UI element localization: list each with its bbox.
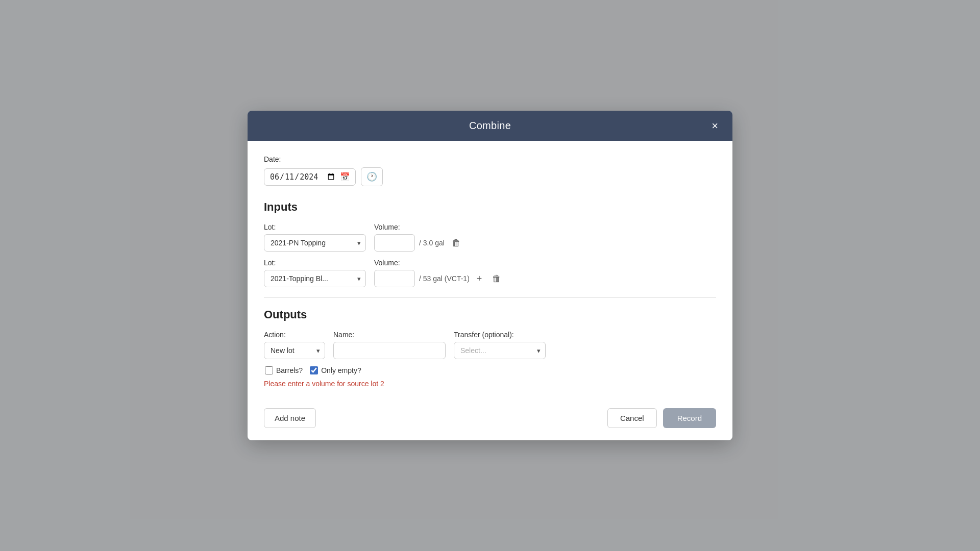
add-note-button[interactable]: Add note: [264, 408, 316, 428]
outputs-title: Outputs: [264, 308, 716, 321]
calendar-icon: 📅: [340, 172, 350, 182]
volume1-field-group: Volume: / 3.0 gal 🗑: [374, 223, 464, 252]
transfer-field-group: Transfer (optional): Select...: [454, 331, 546, 359]
modal-overlay: Combine × Date: 📅 🕐 Inputs: [0, 0, 980, 551]
only-empty-checkbox[interactable]: [310, 366, 318, 374]
only-empty-label: Only empty?: [321, 366, 361, 374]
volume2-input[interactable]: [374, 270, 415, 287]
lot1-field-group: Lot: 2021-PN Topping 2021-Topping Bl...: [264, 223, 366, 252]
action-field-group: Action: New lot Existing lot: [264, 331, 325, 359]
modal-body: Date: 📅 🕐 Inputs Lot:: [248, 141, 732, 400]
checkboxes-row: Barrels? Only empty?: [265, 366, 716, 374]
barrels-checkbox-item: Barrels?: [265, 366, 303, 374]
record-button[interactable]: Record: [663, 408, 716, 428]
name-input[interactable]: [333, 342, 446, 359]
barrels-checkbox[interactable]: [265, 366, 273, 374]
lot2-field-group: Lot: 2021-PN Topping 2021-Topping Bl...: [264, 259, 366, 287]
volume2-suffix: / 53 gal (VCT-1): [419, 274, 470, 283]
volume1-label: Volume:: [374, 223, 464, 231]
transfer-label: Transfer (optional):: [454, 331, 546, 339]
clock-icon: 🕐: [366, 171, 377, 182]
lot1-select[interactable]: 2021-PN Topping 2021-Topping Bl...: [264, 234, 366, 252]
name-field-group: Name:: [333, 331, 446, 359]
clock-button[interactable]: 🕐: [361, 167, 383, 186]
date-label: Date:: [264, 155, 716, 163]
volume1-input[interactable]: [374, 234, 415, 252]
date-input-wrapper: 📅: [264, 168, 356, 186]
volume2-field-group: Volume: / 53 gal (VCT-1) + 🗑: [374, 259, 504, 287]
cancel-button[interactable]: Cancel: [607, 408, 657, 428]
delete-lot1-button[interactable]: 🗑: [449, 236, 464, 251]
transfer-select[interactable]: Select...: [454, 342, 546, 359]
inputs-title: Inputs: [264, 201, 716, 214]
volume1-wrapper: / 3.0 gal 🗑: [374, 234, 464, 252]
action-label: Action:: [264, 331, 325, 339]
add-lot-button[interactable]: +: [474, 271, 485, 286]
modal-title: Combine: [469, 120, 511, 132]
action-select-wrapper: New lot Existing lot: [264, 342, 325, 359]
only-empty-checkbox-item: Only empty?: [310, 366, 361, 374]
outputs-section: Outputs Action: New lot Existing lot: [264, 308, 716, 388]
footer-right-buttons: Cancel Record: [607, 408, 716, 428]
outputs-row: Action: New lot Existing lot Name:: [264, 331, 716, 359]
section-divider: [264, 297, 716, 298]
date-row: 📅 🕐: [264, 167, 716, 186]
volume2-label: Volume:: [374, 259, 504, 267]
barrels-label: Barrels?: [276, 366, 303, 374]
lot-row-2: Lot: 2021-PN Topping 2021-Topping Bl... …: [264, 259, 716, 287]
transfer-select-wrapper: Select...: [454, 342, 546, 359]
lot2-label: Lot:: [264, 259, 366, 267]
delete-lot2-button[interactable]: 🗑: [489, 271, 504, 286]
lot2-select-wrapper: 2021-PN Topping 2021-Topping Bl...: [264, 270, 366, 287]
plus-icon: +: [477, 273, 482, 284]
trash-icon-1: 🗑: [452, 238, 461, 248]
combine-modal: Combine × Date: 📅 🕐 Inputs: [248, 111, 732, 440]
date-input[interactable]: [270, 172, 336, 182]
lot-row-1: Lot: 2021-PN Topping 2021-Topping Bl... …: [264, 223, 716, 252]
lot2-select[interactable]: 2021-PN Topping 2021-Topping Bl...: [264, 270, 366, 287]
close-button[interactable]: ×: [707, 118, 722, 134]
lot1-select-wrapper: 2021-PN Topping 2021-Topping Bl...: [264, 234, 366, 252]
inputs-section: Inputs Lot: 2021-PN Topping 2021-Topping…: [264, 201, 716, 287]
volume1-suffix: / 3.0 gal: [419, 239, 445, 247]
trash-icon-2: 🗑: [492, 273, 501, 284]
lot1-label: Lot:: [264, 223, 366, 231]
action-select[interactable]: New lot Existing lot: [264, 342, 325, 359]
error-message: Please enter a volume for source lot 2: [264, 380, 716, 388]
modal-header: Combine ×: [248, 111, 732, 141]
volume2-wrapper: / 53 gal (VCT-1) + 🗑: [374, 270, 504, 287]
name-label: Name:: [333, 331, 446, 339]
modal-footer: Add note Cancel Record: [248, 400, 732, 440]
